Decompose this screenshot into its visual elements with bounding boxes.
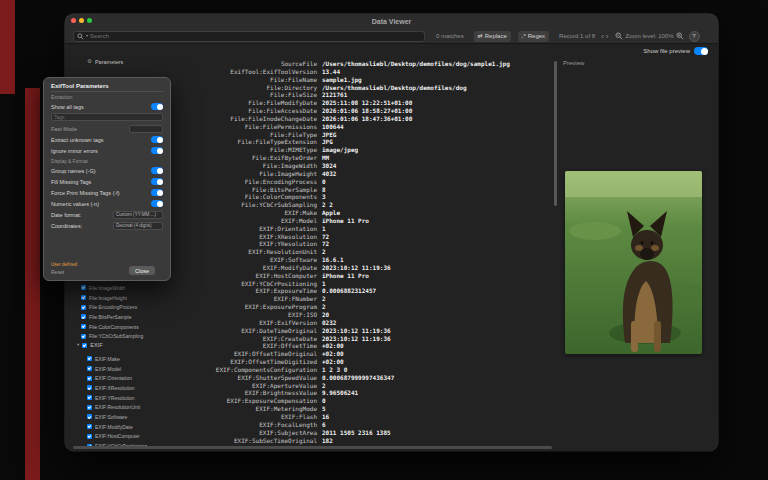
preview-title: Preview: [563, 60, 584, 66]
file-tag-row[interactable]: File:ColorComponents: [81, 322, 143, 332]
exif-tag-row[interactable]: EXIF:Orientation: [87, 373, 147, 383]
record-key: File:EncodingProcess: [215, 178, 317, 186]
ignore-minor-errors-toggle[interactable]: [151, 147, 163, 154]
exif-group-header[interactable]: ▾ EXIF: [77, 342, 103, 348]
file-tag-row[interactable]: File:ImageWidth: [81, 283, 143, 293]
record-key: EXIF:HostComputer: [215, 272, 317, 280]
record-row: File:FileModifyDate 2025:11:08 12:22:51+…: [215, 99, 553, 107]
exif-tag-row[interactable]: EXIF:Model: [87, 364, 147, 374]
record-row: File:FileSize 2121761: [215, 91, 553, 99]
date-format-select[interactable]: Custom (YY:MM:...): [113, 211, 163, 219]
tag-checkbox[interactable]: [87, 376, 92, 381]
tag-checkbox[interactable]: [87, 405, 92, 410]
tag-checkbox[interactable]: [87, 395, 92, 400]
group-names-toggle[interactable]: [151, 167, 163, 174]
exif-tag-row[interactable]: EXIF:Software: [87, 412, 147, 422]
record-key: File:ImageWidth: [215, 162, 317, 170]
record-row: EXIF:OffsetTimeOriginal +02:00: [215, 350, 553, 358]
record-row: EXIF:Flash 16: [215, 413, 553, 421]
exif-tag-row[interactable]: EXIF:XResolution: [87, 383, 147, 393]
tag-label: EXIF:Model: [95, 366, 121, 372]
exif-tag-row[interactable]: EXIF:HostComputer: [87, 432, 147, 442]
search-options-chevron-icon[interactable]: ▾: [86, 34, 88, 38]
record-row: EXIF:HostComputer iPhone 11 Pro: [215, 272, 553, 280]
exif-tag-row[interactable]: EXIF:ModifyDate: [87, 422, 147, 432]
desktop-accent-stripe: [25, 88, 40, 480]
tag-checkbox[interactable]: [87, 366, 92, 371]
file-tag-row[interactable]: File:EncodingProcess: [81, 302, 143, 312]
parameters-header[interactable]: ⚙ Parameters: [87, 59, 123, 65]
next-record-button[interactable]: ›: [605, 31, 610, 42]
exif-group-checkbox[interactable]: [82, 343, 87, 348]
tag-label: EXIF:YResolution: [95, 395, 134, 401]
numeric-values-toggle[interactable]: [151, 200, 163, 207]
record-row: EXIF:Software 16.6.1: [215, 256, 553, 264]
force-print-missing-toggle[interactable]: [151, 189, 163, 196]
search-input[interactable]: [90, 33, 421, 39]
record-key: File:ExifByteOrder: [215, 154, 317, 162]
record-key: EXIF:MeteringMode: [215, 405, 317, 413]
record-value: 2: [322, 248, 326, 256]
record-key: EXIF:YResolution: [215, 240, 317, 248]
tag-checkbox[interactable]: [81, 285, 86, 290]
zoom-in-icon[interactable]: [676, 32, 684, 40]
exif-tag-row[interactable]: EXIF:YResolution: [87, 393, 147, 403]
file-tag-row[interactable]: File:BitsPerSample: [81, 312, 143, 322]
help-button[interactable]: ?: [689, 31, 700, 42]
record-output: SourceFile /Users/thomasliebl/Desktop/de…: [215, 60, 553, 444]
file-tag-row[interactable]: File:ImageHeight: [81, 293, 143, 303]
vertical-scrollbar-thumb[interactable]: [554, 61, 557, 206]
tag-checkbox[interactable]: [81, 334, 86, 339]
record-row: EXIF:FNumber 2: [215, 295, 553, 303]
record-key: EXIF:FocalLength: [215, 421, 317, 429]
exif-tag-row[interactable]: EXIF:Make: [87, 354, 147, 364]
disclosure-chevron-icon[interactable]: ▾: [77, 343, 79, 348]
show-all-tags-label: Show all tags: [51, 104, 84, 110]
record-value: JPG: [322, 138, 333, 146]
fast-mode-select[interactable]: [129, 125, 163, 133]
file-tag-row[interactable]: File:YCbCrSubSampling: [81, 331, 143, 341]
record-row: EXIF:ModifyDate 2023:10:12 11:19:36: [215, 264, 553, 272]
record-key: File:FileSize: [215, 91, 317, 99]
record-key: EXIF:Model: [215, 217, 317, 225]
regex-button[interactable]: .* Regex: [517, 30, 550, 43]
horizontal-scrollbar-thumb[interactable]: [73, 446, 552, 449]
tag-checkbox[interactable]: [81, 305, 86, 310]
show-all-tags-toggle[interactable]: [151, 103, 163, 110]
coordinates-select[interactable]: Decimal (4 digits): [113, 222, 163, 230]
tag-label: File:ImageHeight: [89, 295, 127, 301]
tag-checkbox[interactable]: [81, 295, 86, 300]
record-key: File:ColorComponents: [215, 193, 317, 201]
record-value: 16.6.1: [322, 256, 344, 264]
replace-button[interactable]: ⇄ Replace: [473, 30, 512, 43]
tag-checkbox[interactable]: [87, 434, 92, 439]
reset-link[interactable]: Reset: [51, 269, 77, 275]
exif-tag-row[interactable]: EXIF:ResolutionUnit: [87, 402, 147, 412]
record-value: 8: [322, 186, 326, 194]
tag-checkbox[interactable]: [81, 314, 86, 319]
record-key: ExifTool:ExifToolVersion: [215, 68, 317, 76]
tag-checkbox[interactable]: [87, 356, 92, 361]
record-row: EXIF:XResolution 72: [215, 233, 553, 241]
record-key: EXIF:ISO: [215, 311, 317, 319]
record-row: EXIF:CreateDate 2023:10:12 11:19:36: [215, 335, 553, 343]
tags-filter-input[interactable]: [51, 113, 163, 121]
tag-checkbox[interactable]: [87, 385, 92, 390]
record-key: EXIF:BrightnessValue: [215, 389, 317, 397]
zoom-out-icon[interactable]: [615, 32, 623, 40]
regex-icon: .*: [522, 33, 526, 39]
record-value: 0.000687999997436347: [322, 374, 394, 382]
record-row: EXIF:OffsetTimeDigitized +02:00: [215, 358, 553, 366]
extract-unknown-toggle[interactable]: [151, 136, 163, 143]
record-value: 0: [322, 397, 326, 405]
record-row: File:ExifByteOrder MM: [215, 154, 553, 162]
tag-checkbox[interactable]: [81, 324, 86, 329]
fill-missing-tags-toggle[interactable]: [151, 178, 163, 185]
ignore-minor-errors-row: Ignore minor errors: [51, 145, 163, 156]
search-field[interactable]: ▾: [73, 31, 425, 42]
tag-checkbox[interactable]: [87, 424, 92, 429]
tag-checkbox[interactable]: [87, 414, 92, 419]
show-file-preview-toggle[interactable]: [694, 47, 708, 55]
close-popover-button[interactable]: Close: [129, 266, 155, 275]
record-key: EXIF:OffsetTime: [215, 342, 317, 350]
